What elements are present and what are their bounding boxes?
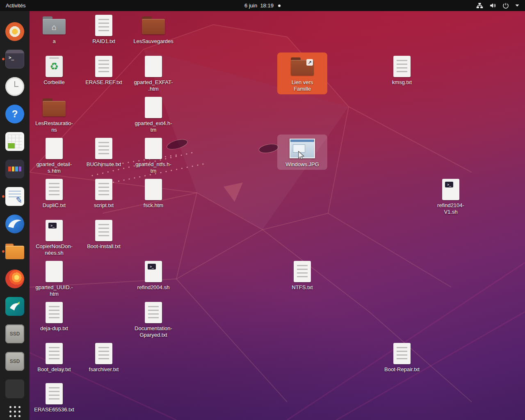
desktop-icon-gparted-detail-s-htm[interactable]: gparted_detail- s.htm	[29, 135, 79, 176]
files-folder-icon	[5, 244, 24, 259]
icon-label: kmsg.txt	[392, 79, 412, 86]
files-app-button[interactable]	[0, 237, 30, 265]
icon-label: refind2004.sh	[137, 284, 170, 291]
text-file-icon	[95, 56, 112, 77]
help-icon: ?	[5, 105, 24, 123]
desktop-icon-duplic-txt[interactable]: DupliC.txt	[29, 176, 79, 211]
clock-button[interactable]: 6 juin 18:19	[244, 0, 281, 11]
desktop-icon-kmsg-txt[interactable]: kmsg.txt	[377, 52, 427, 88]
text-file-icon	[46, 343, 63, 364]
desktop-icon-boot-delay-txt[interactable]: Boot_delay.txt	[29, 340, 79, 375]
desktop-icon-erase-ref-txt[interactable]: ERASE.REF.txt	[79, 52, 129, 88]
terminal-app-button[interactable]: >_	[0, 45, 30, 73]
show-applications-button[interactable]	[0, 402, 30, 420]
dim-drive-icon	[5, 379, 24, 398]
desktop-icon-windows-jpg[interactable]: Windows.JPG	[277, 135, 327, 170]
shell-script-icon: >_	[46, 220, 63, 241]
media-app-button[interactable]	[0, 155, 30, 183]
desktop-icon-gparted-ext4-h-tm[interactable]: gparted_ext4.h- tm	[128, 94, 178, 135]
music-target-app-icon	[5, 22, 24, 41]
html-file-icon	[145, 97, 162, 118]
terminal-icon: >_	[5, 50, 24, 68]
icon-label: gparted_ext4.h- tm	[135, 120, 172, 133]
ssd-drive-2-button[interactable]: SSD	[0, 347, 30, 375]
icon-label: fsck.htm	[144, 202, 163, 209]
drive-3-button[interactable]	[0, 375, 30, 402]
libreoffice-calc-button[interactable]	[0, 128, 30, 155]
html-file-icon	[46, 138, 63, 159]
text-file-icon	[393, 56, 411, 77]
text-file-icon	[95, 138, 112, 159]
icon-label: Boot-install.txt	[87, 243, 121, 250]
desktop-icons: ⌂aRAID1.txtLesSauvegardes♻CorbeilleERASE…	[0, 0, 525, 420]
desktop-icon-fsarchiver-txt[interactable]: fsarchiver.txt	[79, 340, 129, 375]
ssd-drive-1-button[interactable]: SSD	[0, 320, 30, 347]
clocks-app-button[interactable]	[0, 73, 30, 100]
hummingbird-icon	[5, 297, 24, 316]
text-file-icon	[46, 302, 63, 323]
icon-label: LesSauvegardes	[133, 38, 173, 45]
desktop-icon-refind2004-sh[interactable]: >_refind2004.sh	[128, 258, 178, 293]
icon-label: gparted_EXFAT- .htm	[134, 79, 173, 92]
desktop-icon-lien-vers-famille[interactable]: ↗Lien vers Famille	[277, 52, 327, 94]
text-file-icon	[95, 220, 112, 241]
home-folder-icon: ⌂	[43, 16, 66, 34]
desktop-icon-copiernosdon-n-es-sh[interactable]: >_CopierNosDon- nées.sh	[29, 217, 79, 258]
clock-label: 6 juin 18:19	[244, 2, 274, 9]
image-thumbnail-icon	[290, 139, 315, 158]
folder-link-icon: ↗	[291, 57, 314, 75]
ssd-drive-icon: SSD	[5, 324, 24, 343]
desktop-icon-boot-install-txt[interactable]: Boot-install.txt	[79, 217, 129, 252]
writer-document-icon: ✎	[5, 187, 24, 206]
desktop-icon-a[interactable]: ⌂a	[29, 11, 79, 47]
desktop: ⌂aRAID1.txtLesSauvegardes♻CorbeilleERASE…	[0, 0, 525, 420]
trash-icon: ♻	[46, 56, 63, 77]
icon-label: BUGhirsute.txt	[87, 161, 121, 168]
desktop-icon-gparted-uuid-htm[interactable]: gparted_UUID.- htm	[29, 258, 79, 299]
desktop-icon-lessauvegardes[interactable]: LesSauvegardes	[128, 11, 178, 47]
html-file-icon	[46, 261, 63, 282]
desktop-icon-ntfs-txt[interactable]: NTFS.txt	[277, 258, 327, 293]
desktop-icon-gparted-exfat-htm[interactable]: gparted_EXFAT- .htm	[128, 52, 178, 94]
desktop-icon-corbeille[interactable]: ♻Corbeille	[29, 52, 79, 88]
text-file-icon	[393, 343, 411, 364]
desktop-icon-script-txt[interactable]: script.txt	[79, 176, 129, 211]
thunderbird-button[interactable]	[0, 210, 30, 237]
system-status-area[interactable]	[476, 0, 525, 11]
notification-dot	[278, 5, 281, 7]
shell-script-icon: >_	[442, 179, 459, 200]
ssd-drive-icon: SSD	[5, 352, 24, 371]
activities-button[interactable]: Activités	[0, 0, 31, 11]
desktop-icon-bughirsute-txt[interactable]: BUGhirsute.txt	[79, 135, 129, 170]
desktop-icon-refind2104-v1-sh[interactable]: >_refind2104- V1.sh	[426, 176, 476, 217]
desktop-icon-fsck-htm[interactable]: fsck.htm	[128, 176, 178, 211]
icon-label: ERASE65536.txt	[34, 406, 74, 413]
icon-label: NTFS.txt	[292, 284, 313, 291]
desktop-icon-documentation-gparyed-txt[interactable]: Documentation- Gparyed.txt	[128, 299, 178, 340]
icon-label: script.txt	[94, 202, 114, 209]
icon-label: a	[52, 38, 55, 45]
html-file-icon	[145, 56, 162, 77]
desktop-icon-lesrestauratio-ns[interactable]: LesRestauratio- ns	[29, 94, 79, 135]
firefox-button[interactable]	[0, 265, 30, 292]
libreoffice-writer-button[interactable]: ✎	[0, 183, 30, 210]
icon-label: Lien vers Famille	[292, 79, 313, 92]
shell-script-icon: >_	[145, 261, 162, 282]
help-app-button[interactable]: ?	[0, 100, 30, 128]
desktop-icon-deja-dup-txt[interactable]: deja-dup.txt	[29, 299, 79, 334]
icon-label: deja-dup.txt	[40, 325, 68, 332]
icon-label: gparted_ntfs.h- tm	[135, 161, 171, 174]
icon-label: CopierNosDon- nées.sh	[36, 243, 73, 256]
power-icon	[502, 2, 509, 9]
desktop-icon-raid1-txt[interactable]: RAID1.txt	[79, 11, 129, 47]
desktop-icon-boot-repair-txt[interactable]: Boot-Repair.txt	[377, 340, 427, 375]
music-target-app-button[interactable]	[0, 18, 30, 45]
text-file-icon	[95, 179, 112, 200]
icon-label: Corbeille	[43, 79, 64, 86]
desktop-icon-erase65536-txt[interactable]: ERASE65536.txt	[29, 380, 79, 415]
apps-grid-icon	[9, 406, 21, 417]
hummingbird-app-button[interactable]	[0, 292, 30, 320]
folder-icon	[43, 98, 66, 116]
desktop-icon-gparted-ntfs-h-tm[interactable]: gparted_ntfs.h- tm	[128, 135, 178, 176]
icon-label: DupliC.txt	[43, 202, 66, 209]
